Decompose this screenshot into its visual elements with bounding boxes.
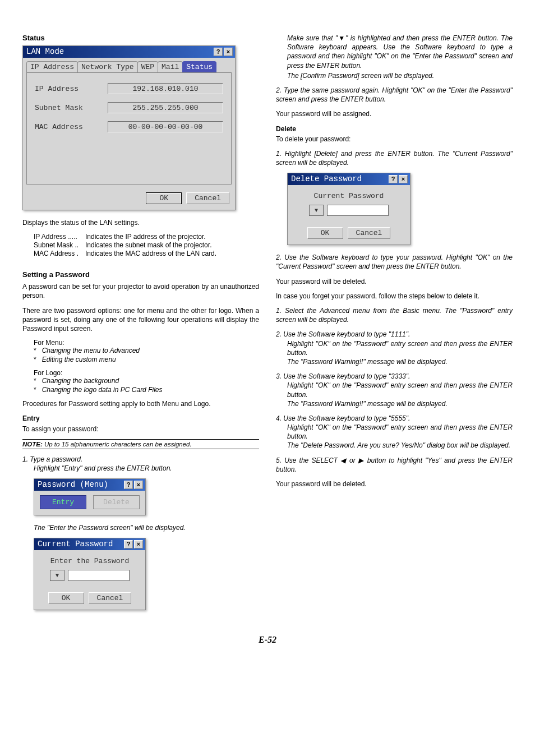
status-definitions: IP Address .....Indicates the IP address… bbox=[34, 233, 259, 257]
note-label: NOTE: bbox=[22, 441, 43, 448]
setting-password-heading: Setting a Password bbox=[22, 270, 259, 279]
password-deleted: Your password will be deleted. bbox=[276, 277, 513, 286]
status-description: Displays the status of the LAN settings. bbox=[22, 218, 259, 227]
menu-bullets: * Changing the menu to Advanced * Editin… bbox=[34, 347, 259, 363]
left-column: Status LAN Mode ? × IP Address Network T… bbox=[22, 34, 259, 618]
delete-heading: Delete bbox=[276, 125, 513, 133]
delete-step-1: 1. Highlight [Delete] and press the ENTE… bbox=[276, 149, 513, 167]
password-deleted-2: Your password will be deleted. bbox=[276, 480, 513, 488]
tab-mail[interactable]: Mail bbox=[158, 61, 183, 72]
logo-bullets: * Changing the background * Changing the… bbox=[34, 377, 259, 394]
forget-step-5: 5. Use the SELECT ◀ or ▶ button to highl… bbox=[276, 456, 513, 474]
forget-intro: In case you forget your password, follow… bbox=[276, 292, 513, 301]
pwd-menu-title: Password (Menu) bbox=[38, 480, 108, 489]
delete-password-dialog: Delete Password ? × Current Password ▼ O… bbox=[287, 173, 411, 245]
setting-p2: There are two password options: one for … bbox=[22, 306, 259, 334]
delete-intro: To delete your password: bbox=[276, 135, 513, 144]
dl-mac-def: Indicates the MAC address of the LAN car… bbox=[85, 250, 259, 257]
dl-ip-def: Indicates the IP address of the projecto… bbox=[85, 233, 259, 241]
subnet-mask-label: Subnet Mask bbox=[35, 104, 108, 112]
for-logo-label: For Logo: bbox=[34, 369, 259, 377]
password-menu-dialog: Password (Menu) ? × Entry Delete bbox=[34, 478, 146, 515]
close-button[interactable]: × bbox=[399, 175, 408, 183]
help-button[interactable]: ? bbox=[389, 175, 398, 183]
close-button[interactable]: × bbox=[224, 48, 233, 56]
note-text: Up to 15 alphanumeric characters can be … bbox=[43, 441, 192, 448]
forget-step-4c: The "Delete Password. Are you sure? Yes/… bbox=[287, 441, 513, 450]
mac-address-value: 00-00-00-00-00-00 bbox=[108, 121, 223, 132]
ip-address-value: 192.168.010.010 bbox=[108, 83, 223, 94]
dl-subnet-def: Indicates the subnet mask of the project… bbox=[85, 241, 259, 249]
dl-subnet-term: Subnet Mask bbox=[34, 241, 73, 249]
setting-p1: A password can be set for your projector… bbox=[22, 282, 259, 300]
password-assigned: Your password will be assigned. bbox=[276, 109, 513, 118]
forget-step-4a: 4. Use the Software keyboard to type "55… bbox=[276, 414, 513, 423]
help-button[interactable]: ? bbox=[124, 481, 133, 489]
tab-network-type[interactable]: Network Type bbox=[77, 61, 138, 72]
entry-intro: To assign your password: bbox=[22, 425, 259, 434]
forget-step-1: 1. Select the Advanced menu from the Bas… bbox=[276, 306, 513, 324]
help-button[interactable]: ? bbox=[124, 540, 133, 548]
dl-mac-term: MAC Address bbox=[34, 250, 75, 257]
cancel-button[interactable]: Cancel bbox=[89, 592, 132, 604]
password-input[interactable] bbox=[68, 570, 130, 581]
tab-status[interactable]: Status bbox=[182, 61, 216, 72]
two-column-layout: Status LAN Mode ? × IP Address Network T… bbox=[22, 34, 513, 618]
logo-bullet-1: Changing the background bbox=[42, 377, 119, 385]
forget-step-3b: Highlight "OK" on the "Password" entry s… bbox=[287, 381, 513, 399]
enter-pwd-displayed: The "Enter the Password screen" will be … bbox=[34, 523, 259, 532]
entry-heading: Entry bbox=[22, 414, 259, 423]
note-line: NOTE: Up to 15 alphanumeric characters c… bbox=[22, 439, 259, 449]
procedures-p: Procedures for Password setting apply to… bbox=[22, 399, 259, 408]
entry-tab[interactable]: Entry bbox=[40, 495, 86, 509]
forget-step-2a: 2. Use the Software keyboard to type "11… bbox=[276, 330, 513, 339]
ok-button[interactable]: OK bbox=[48, 592, 84, 604]
delete-step-2: 2. Use the Software keyboard to type you… bbox=[276, 253, 513, 271]
dropdown-icon[interactable]: ▼ bbox=[309, 205, 324, 216]
close-button[interactable]: × bbox=[134, 540, 143, 548]
menu-bullet-1: Changing the menu to Advanced bbox=[42, 347, 140, 354]
lan-mode-dialog: LAN Mode ? × IP Address Network Type WEP… bbox=[22, 45, 236, 210]
step-2: 2. Type the same password again. Highlig… bbox=[276, 86, 513, 104]
page-number: E-52 bbox=[22, 635, 513, 645]
current-pwd-title: Current Password bbox=[38, 540, 113, 548]
forget-step-2b: Highlight "OK" on the "Password" entry s… bbox=[287, 339, 513, 357]
tab-ip-address[interactable]: IP Address bbox=[26, 61, 78, 72]
ok-button[interactable]: OK bbox=[146, 192, 182, 204]
forget-step-3a: 3. Use the Software keyboard to type "33… bbox=[276, 372, 513, 381]
current-pwd-label: Current Password bbox=[293, 190, 404, 205]
tab-wep[interactable]: WEP bbox=[137, 61, 158, 72]
cancel-button[interactable]: Cancel bbox=[186, 192, 229, 204]
lan-panel: IP Address 192.168.010.010 Subnet Mask 2… bbox=[26, 72, 232, 185]
enter-pwd-label: Enter the Password bbox=[40, 555, 140, 570]
lan-title: LAN Mode bbox=[26, 47, 64, 56]
mac-address-label: MAC Address bbox=[35, 123, 108, 131]
step-1b: Highlight "Entry" and press the ENTER bu… bbox=[34, 464, 259, 473]
menu-bullet-2: Editing the custom menu bbox=[42, 356, 116, 363]
cont-1a: Make sure that "▼" is highlighted and th… bbox=[287, 34, 513, 70]
ok-button[interactable]: OK bbox=[307, 227, 343, 239]
password-input[interactable] bbox=[327, 205, 389, 216]
dl-ip-term: IP Address bbox=[34, 233, 66, 241]
logo-bullet-2: Changing the logo data in PC Card Files bbox=[42, 386, 163, 394]
lan-tabstrip: IP Address Network Type WEP Mail Status bbox=[23, 58, 235, 72]
forget-step-3c: The "Password Warning!!" message will be… bbox=[287, 399, 513, 408]
right-column: Make sure that "▼" is highlighted and th… bbox=[276, 34, 513, 618]
dropdown-icon[interactable]: ▼ bbox=[50, 570, 64, 581]
forget-step-4b: Highlight "OK" on the "Password" entry s… bbox=[287, 423, 513, 441]
step-1a: 1. Type a password. bbox=[22, 455, 259, 464]
current-password-dialog: Current Password ? × Enter the Password … bbox=[34, 538, 146, 610]
for-menu-label: For Menu: bbox=[34, 339, 259, 347]
close-button[interactable]: × bbox=[134, 481, 143, 489]
ip-address-label: IP Address bbox=[35, 85, 108, 93]
delete-pwd-title: Delete Password bbox=[291, 174, 362, 183]
subnet-mask-value: 255.255.255.000 bbox=[108, 102, 223, 113]
cancel-button[interactable]: Cancel bbox=[348, 227, 391, 239]
lan-titlebar: LAN Mode ? × bbox=[23, 46, 235, 58]
delete-tab[interactable]: Delete bbox=[93, 495, 140, 509]
cont-1b: The [Confirm Password] screen will be di… bbox=[287, 71, 513, 80]
help-button[interactable]: ? bbox=[214, 48, 223, 56]
forget-step-2c: The "Password Warning!!" message will be… bbox=[287, 357, 513, 366]
status-heading: Status bbox=[22, 34, 259, 42]
